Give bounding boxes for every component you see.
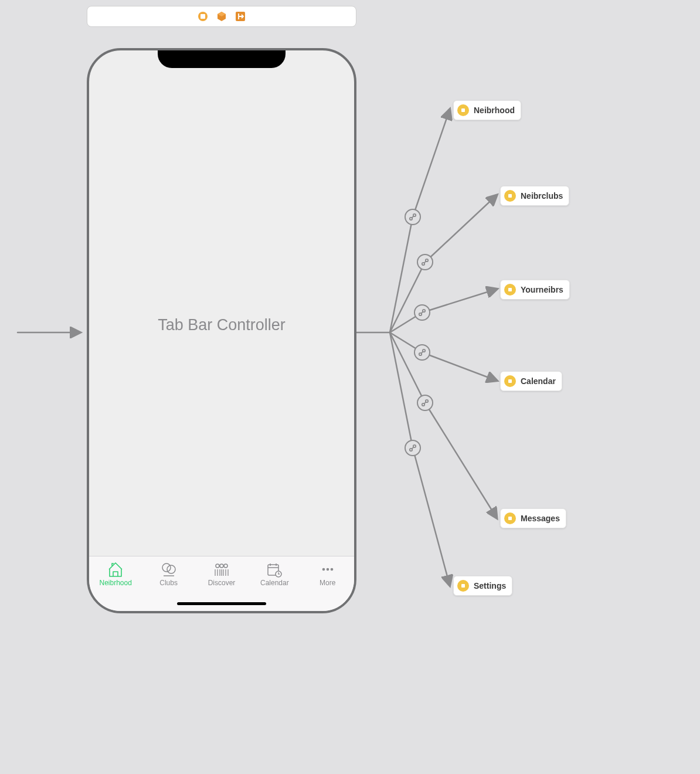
- svg-point-3: [162, 563, 171, 572]
- viewcontroller-icon: [504, 190, 516, 202]
- svg-line-36: [422, 352, 423, 354]
- destination-label: Neibrclubs: [521, 191, 563, 201]
- tab-bar-controller-scene[interactable]: Tab Bar Controller Neibrhood Clubs Disco…: [87, 48, 356, 613]
- viewcontroller-icon: [504, 512, 516, 524]
- svg-point-32: [423, 310, 425, 312]
- svg-rect-18: [508, 288, 512, 291]
- object-3d-icon[interactable]: [216, 11, 227, 22]
- destination-label: Messages: [521, 514, 560, 523]
- tab-label: Neibrhood: [100, 579, 132, 587]
- svg-point-28: [422, 263, 424, 265]
- svg-point-37: [422, 403, 424, 406]
- svg-point-25: [410, 218, 412, 220]
- destination-node[interactable]: Neibrhood: [453, 100, 521, 120]
- viewcontroller-icon: [504, 375, 516, 387]
- svg-point-29: [426, 259, 428, 262]
- tab-label: Discover: [208, 579, 236, 587]
- destination-label: Settings: [474, 581, 506, 590]
- home-indicator: [177, 602, 266, 605]
- svg-point-41: [413, 445, 416, 447]
- svg-rect-20: [508, 379, 512, 383]
- destination-node[interactable]: Settings: [453, 576, 512, 596]
- segue-badge[interactable]: [414, 344, 430, 361]
- tab-calendar[interactable]: Calendar: [249, 561, 300, 587]
- tab-label: Calendar: [260, 579, 289, 587]
- svg-rect-22: [508, 517, 512, 520]
- destination-label: Neibrhood: [474, 106, 515, 115]
- svg-line-30: [424, 262, 426, 263]
- svg-line-39: [424, 402, 426, 404]
- svg-point-31: [419, 313, 422, 315]
- destination-label: Calendar: [521, 376, 556, 386]
- exit-icon[interactable]: [235, 11, 246, 22]
- viewcontroller-icon: [457, 104, 469, 116]
- svg-point-7: [224, 564, 227, 568]
- svg-line-27: [412, 216, 414, 218]
- tabbaritem-icon[interactable]: [198, 11, 208, 22]
- viewcontroller-icon: [457, 580, 469, 592]
- clubs-icon: [160, 561, 178, 578]
- viewcontroller-icon: [504, 284, 516, 296]
- svg-point-5: [216, 564, 219, 568]
- svg-rect-14: [461, 108, 465, 112]
- svg-line-42: [412, 447, 414, 449]
- segue-badge[interactable]: [417, 395, 433, 411]
- destination-node[interactable]: Yourneibrs: [500, 280, 570, 300]
- svg-rect-24: [461, 584, 465, 588]
- tab-more[interactable]: More: [303, 561, 353, 587]
- calendar-icon: [266, 561, 283, 578]
- svg-point-34: [419, 353, 422, 355]
- tab-label: More: [320, 579, 335, 587]
- storyboard-toolbar: [87, 6, 356, 27]
- scene-title: Tab Bar Controller: [158, 316, 286, 334]
- destination-node[interactable]: Neibrclubs: [500, 186, 569, 206]
- svg-point-35: [423, 349, 425, 352]
- svg-point-38: [426, 400, 428, 402]
- device-notch: [158, 48, 286, 68]
- segue-badge[interactable]: [405, 209, 421, 225]
- svg-point-10: [322, 568, 325, 571]
- segue-badge[interactable]: [405, 440, 421, 456]
- svg-point-11: [326, 568, 329, 571]
- tab-discover[interactable]: Discover: [196, 561, 247, 587]
- more-icon: [319, 561, 337, 578]
- house-icon: [107, 561, 124, 578]
- svg-point-40: [410, 449, 412, 451]
- svg-point-6: [220, 564, 223, 568]
- destination-node[interactable]: Messages: [500, 508, 566, 528]
- svg-line-33: [422, 312, 423, 314]
- segue-badge[interactable]: [414, 304, 430, 321]
- tab-label: Clubs: [159, 579, 178, 587]
- svg-point-12: [330, 568, 333, 571]
- tab-neibrhood[interactable]: Neibrhood: [90, 561, 141, 587]
- svg-rect-1: [201, 14, 205, 19]
- tab-clubs[interactable]: Clubs: [144, 561, 194, 587]
- svg-point-4: [167, 565, 175, 573]
- destination-label: Yourneibrs: [521, 285, 563, 294]
- svg-point-26: [413, 214, 416, 216]
- segue-badge[interactable]: [417, 254, 433, 270]
- destination-node[interactable]: Calendar: [500, 371, 562, 391]
- people-icon: [213, 561, 230, 578]
- svg-rect-16: [508, 194, 512, 198]
